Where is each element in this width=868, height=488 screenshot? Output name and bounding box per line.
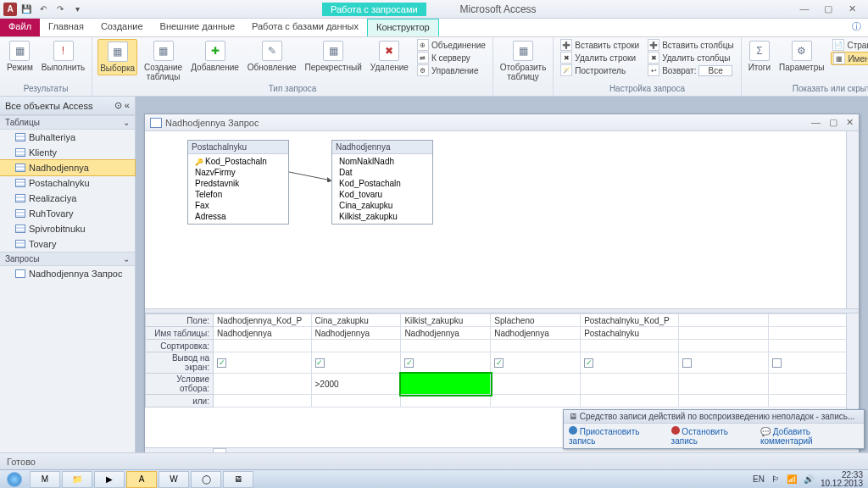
grid-cell[interactable] bbox=[581, 395, 679, 408]
tab-dbtools[interactable]: Работа с базами данных bbox=[243, 19, 367, 36]
undo-icon[interactable]: ↶ bbox=[36, 2, 51, 17]
grid-cell[interactable] bbox=[214, 395, 312, 408]
grid-cell-criteria[interactable] bbox=[214, 374, 312, 395]
field-item[interactable]: NazvFirmy bbox=[188, 167, 288, 178]
nav-table-tovary[interactable]: Tovary bbox=[0, 236, 135, 252]
show-checkbox[interactable] bbox=[217, 358, 226, 368]
nav-header[interactable]: Все объекты Access ⊙ « bbox=[0, 97, 135, 115]
grid-cell[interactable] bbox=[491, 340, 581, 352]
field-item[interactable]: Cina_zakupku bbox=[332, 200, 432, 211]
grid-cell[interactable] bbox=[491, 395, 581, 408]
psr-window[interactable]: 🖥 Средство записи действий по воспроизве… bbox=[563, 409, 865, 449]
show-checkbox[interactable] bbox=[772, 358, 782, 368]
show-checkbox[interactable] bbox=[584, 358, 593, 368]
collapse-icon[interactable]: ⌄ bbox=[123, 118, 130, 127]
redo-icon[interactable]: ↷ bbox=[53, 2, 68, 17]
grid-cell[interactable]: Postachalnyku_Kod_P bbox=[581, 314, 679, 327]
show-checkbox[interactable] bbox=[404, 358, 414, 368]
field-item[interactable]: Kod_Postachaln bbox=[188, 156, 288, 167]
view-button[interactable]: ▦Режим bbox=[5, 39, 35, 74]
table-nadhodjennya[interactable]: Nadhodjennya NomNaklNadhDatKod_Postachal… bbox=[331, 140, 433, 225]
grid-cell-criteria[interactable] bbox=[769, 374, 859, 395]
field-item[interactable]: Kilkist_zakupku bbox=[332, 211, 432, 222]
grid-cell[interactable]: Nadhodjennya bbox=[401, 327, 491, 340]
task-word[interactable]: W bbox=[159, 471, 189, 488]
field-item[interactable]: Fax bbox=[188, 200, 288, 211]
task-player[interactable]: ▶ bbox=[94, 471, 125, 488]
grid-cell[interactable] bbox=[311, 352, 401, 374]
tab-home[interactable]: Главная bbox=[40, 19, 92, 36]
grid-cell[interactable] bbox=[769, 327, 859, 340]
psr-stop-button[interactable]: Остановить запись bbox=[671, 426, 752, 446]
nav-query-item[interactable]: Nadhodjennya Запрос bbox=[0, 266, 135, 281]
field-item[interactable]: Predstavnik bbox=[188, 178, 288, 189]
grid-cell[interactable] bbox=[491, 352, 581, 374]
datadef-button[interactable]: ⚙Управление bbox=[415, 64, 487, 76]
tray-flag-icon[interactable]: 🏳 bbox=[771, 474, 780, 484]
passthrough-button[interactable]: ⇄К серверу bbox=[415, 52, 487, 64]
query-window-titlebar[interactable]: Nadhodjennya Запрос ―▢✕ bbox=[145, 114, 859, 131]
task-chrome[interactable]: ◯ bbox=[191, 471, 221, 488]
grid-cell[interactable] bbox=[679, 352, 769, 374]
nav-table-nadhodjennya[interactable]: Nadhodjennya bbox=[0, 159, 136, 176]
grid-cell-criteria[interactable] bbox=[401, 374, 491, 395]
task-psr[interactable]: 🖥 bbox=[223, 471, 253, 488]
grid-cell-criteria[interactable]: >2000 bbox=[311, 374, 401, 395]
psr-pause-button[interactable]: Приостановить запись bbox=[569, 426, 663, 446]
grid-cell[interactable]: Nadhodjennya bbox=[214, 327, 312, 340]
show-checkbox[interactable] bbox=[315, 358, 325, 368]
nav-table-postachalnyku[interactable]: Postachalnyku bbox=[0, 175, 135, 191]
task-explorer[interactable]: 📁 bbox=[62, 471, 92, 488]
update-button[interactable]: ✎Обновление bbox=[246, 39, 298, 74]
grid-cell[interactable] bbox=[679, 314, 769, 327]
maketable-button[interactable]: ▦Создание таблицы bbox=[142, 39, 184, 83]
field-item[interactable]: Kod_tovaru bbox=[332, 189, 432, 200]
return-control[interactable]: ↩Возврат: Все bbox=[646, 64, 735, 76]
system-tray[interactable]: EN 🏳 📶 🔊 22:3310.12.2013 bbox=[753, 471, 868, 488]
table-postachalnyku[interactable]: Postachalnyku Kod_PostachalnNazvFirmyPre… bbox=[187, 140, 289, 225]
help-icon[interactable]: ⓘ bbox=[845, 19, 868, 36]
save-icon[interactable]: 💾 bbox=[19, 2, 34, 17]
nav-section-queries[interactable]: Запросы⌄ bbox=[0, 252, 135, 266]
builder-button[interactable]: 🪄Построитель bbox=[559, 64, 641, 76]
grid-cell[interactable]: Splacheno bbox=[491, 314, 581, 327]
tray-volume-icon[interactable]: 🔊 bbox=[804, 474, 814, 484]
collapse-icon[interactable]: ⌄ bbox=[123, 254, 130, 263]
nav-table-realizaciya[interactable]: Realizaciya bbox=[0, 191, 135, 206]
nav-table-ruhtovary[interactable]: RuhTovary bbox=[0, 206, 135, 221]
grid-cell[interactable] bbox=[769, 314, 859, 327]
grid-cell[interactable] bbox=[679, 395, 769, 408]
show-checkbox[interactable] bbox=[682, 358, 692, 368]
query-diagram-pane[interactable]: Postachalnyku Kod_PostachalnNazvFirmyPre… bbox=[145, 131, 859, 309]
win-max-icon[interactable]: ▢ bbox=[829, 117, 837, 128]
totals-button[interactable]: ΣИтоги bbox=[747, 39, 772, 74]
run-button[interactable]: !Выполнить bbox=[40, 39, 86, 74]
params-button[interactable]: ⚙Параметры bbox=[777, 39, 826, 74]
grid-cell[interactable] bbox=[769, 352, 859, 374]
field-item[interactable]: Telefon bbox=[188, 189, 288, 200]
win-close-icon[interactable]: ✕ bbox=[846, 117, 854, 128]
join-line[interactable] bbox=[289, 170, 331, 182]
grid-cell-criteria[interactable] bbox=[491, 374, 581, 395]
append-button[interactable]: ✚Добавление bbox=[189, 39, 241, 74]
propsheet-button[interactable]: 📄Страница свойств bbox=[831, 39, 868, 51]
restore-icon[interactable]: ▢ bbox=[819, 3, 837, 14]
grid-cell[interactable] bbox=[401, 340, 491, 352]
grid-cell[interactable] bbox=[401, 395, 491, 408]
grid-cell[interactable]: Kilkist_zakupku bbox=[401, 314, 491, 327]
grid-cell[interactable]: Postachalnyku bbox=[581, 327, 679, 340]
nav-table-buhalteriya[interactable]: Buhalteriya bbox=[0, 130, 135, 145]
grid-cell[interactable]: Nadhodjennya bbox=[491, 327, 581, 340]
union-button[interactable]: ⊕Объединение bbox=[415, 39, 487, 51]
nav-table-spivrobitnuku[interactable]: Spivrobitnuku bbox=[0, 221, 135, 236]
deletecols-button[interactable]: ✖Удалить столбцы bbox=[646, 52, 735, 64]
minimize-icon[interactable]: ― bbox=[795, 3, 814, 14]
grid-cell[interactable] bbox=[679, 327, 769, 340]
tab-design[interactable]: Конструктор bbox=[367, 19, 439, 36]
diagram-vscroll[interactable] bbox=[846, 131, 859, 308]
task-app-1[interactable]: M bbox=[30, 471, 60, 488]
psr-title[interactable]: 🖥 Средство записи действий по воспроизве… bbox=[564, 410, 864, 424]
tab-create[interactable]: Создание bbox=[92, 19, 152, 36]
start-button[interactable] bbox=[0, 470, 29, 489]
delete-button[interactable]: ✖Удаление bbox=[369, 39, 410, 74]
